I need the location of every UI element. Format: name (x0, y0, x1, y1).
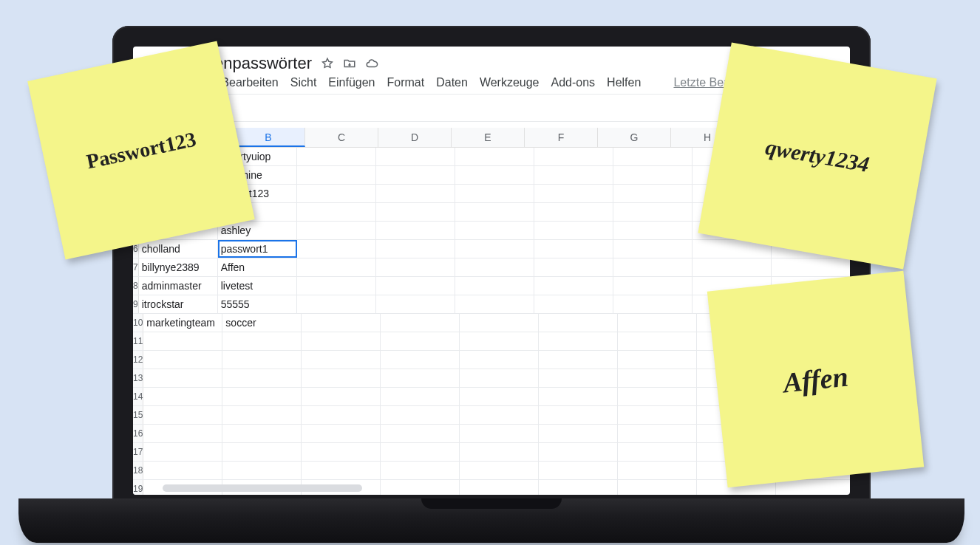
cell-empty[interactable] (381, 462, 460, 479)
row-number[interactable]: 19 (133, 480, 143, 495)
cell-empty[interactable] (618, 462, 697, 479)
cell-empty[interactable] (460, 406, 539, 424)
cell-empty[interactable] (376, 166, 455, 184)
cell-empty[interactable] (297, 222, 376, 239)
cell-empty[interactable] (455, 240, 534, 258)
col-header-C[interactable]: C (305, 128, 378, 147)
cell-empty[interactable] (455, 222, 534, 239)
cell-empty[interactable] (376, 148, 455, 165)
cell-empty[interactable] (302, 351, 381, 369)
cell-empty[interactable] (381, 314, 460, 332)
cell-empty[interactable] (381, 369, 460, 387)
cell-empty[interactable] (302, 388, 381, 405)
cell-empty[interactable] (613, 185, 693, 202)
cell-A[interactable]: adminmaster (139, 277, 218, 295)
cell-empty[interactable] (534, 185, 613, 202)
cell-empty[interactable] (539, 388, 618, 405)
cell-empty[interactable] (613, 203, 693, 221)
horizontal-scrollbar[interactable] (163, 484, 362, 492)
row-number[interactable]: 12 (133, 351, 143, 369)
col-header-G[interactable]: G (598, 128, 671, 147)
cell-empty[interactable] (297, 148, 376, 165)
cell-B[interactable] (222, 406, 302, 424)
cell-empty[interactable] (460, 443, 539, 461)
row-number[interactable]: 17 (133, 443, 143, 461)
cell-empty[interactable] (376, 277, 455, 295)
cell-empty[interactable] (381, 406, 460, 424)
cell-empty[interactable] (297, 203, 376, 221)
cell-A[interactable]: itrockstar (139, 295, 218, 313)
cell-empty[interactable] (381, 443, 460, 461)
cell-empty[interactable] (613, 222, 693, 239)
row-number[interactable]: 18 (133, 462, 143, 479)
menu-help[interactable]: Helfen (607, 76, 641, 89)
cell-empty[interactable] (618, 314, 697, 332)
cell-A[interactable]: cholland (139, 240, 218, 258)
cell-empty[interactable] (539, 425, 618, 442)
cell-A[interactable] (143, 332, 222, 350)
row-number[interactable]: 9 (133, 295, 139, 313)
cell-empty[interactable] (534, 203, 613, 221)
cell-empty[interactable] (297, 166, 376, 184)
cell-empty[interactable] (613, 277, 693, 295)
cell-B[interactable] (222, 332, 302, 350)
cell-empty[interactable] (618, 369, 697, 387)
cell-empty[interactable] (534, 258, 613, 276)
cell-empty[interactable] (460, 351, 539, 369)
cell-empty[interactable] (618, 425, 697, 442)
cell-empty[interactable] (297, 258, 376, 276)
col-header-E[interactable]: E (452, 128, 525, 147)
row-number[interactable]: 7 (133, 258, 139, 276)
cell-empty[interactable] (376, 258, 455, 276)
menu-view[interactable]: Sicht (290, 76, 317, 89)
row-number[interactable]: 11 (133, 332, 143, 350)
cell-empty[interactable] (534, 240, 613, 258)
cell-empty[interactable] (381, 480, 460, 495)
cell-empty[interactable] (297, 277, 376, 295)
cell-empty[interactable] (460, 462, 539, 479)
col-header-F[interactable]: F (525, 128, 598, 147)
cell-empty[interactable] (302, 462, 381, 479)
menu-tools[interactable]: Werkzeuge (480, 76, 540, 89)
cell-empty[interactable] (693, 258, 772, 276)
cell-empty[interactable] (460, 369, 539, 387)
cell-A[interactable] (143, 462, 222, 479)
cell-empty[interactable] (618, 406, 697, 424)
cell-empty[interactable] (460, 388, 539, 405)
menu-format[interactable]: Format (387, 76, 425, 89)
cell-A[interactable]: billynye2389 (139, 258, 218, 276)
cell-empty[interactable] (376, 203, 455, 221)
cell-A[interactable] (143, 388, 222, 405)
cell-empty[interactable] (534, 222, 613, 239)
cell-empty[interactable] (381, 388, 460, 405)
cell-B[interactable]: Affen (218, 258, 297, 276)
row-number[interactable]: 15 (133, 406, 143, 424)
cell-empty[interactable] (539, 351, 618, 369)
star-icon[interactable] (321, 57, 334, 70)
cell-empty[interactable] (376, 240, 455, 258)
cell-empty[interactable] (376, 222, 455, 239)
cloud-status-icon[interactable] (365, 57, 378, 70)
cell-empty[interactable] (539, 332, 618, 350)
row-number[interactable]: 14 (133, 388, 143, 405)
cell-B[interactable]: 55555 (218, 295, 297, 313)
cell-empty[interactable] (539, 406, 618, 424)
cell-empty[interactable] (613, 148, 693, 165)
cell-empty[interactable] (539, 314, 618, 332)
cell-empty[interactable] (613, 258, 693, 276)
cell-empty[interactable] (297, 185, 376, 202)
cell-empty[interactable] (381, 425, 460, 442)
cell-empty[interactable] (460, 480, 539, 495)
cell-B[interactable]: soccer (222, 314, 302, 332)
col-header-B[interactable]: B (232, 128, 305, 147)
cell-empty[interactable] (772, 258, 850, 276)
menu-data[interactable]: Daten (436, 76, 468, 89)
cell-empty[interactable] (776, 480, 850, 495)
cell-empty[interactable] (539, 480, 618, 495)
cell-empty[interactable] (376, 295, 455, 313)
cell-empty[interactable] (297, 295, 376, 313)
cell-empty[interactable] (539, 443, 618, 461)
cell-empty[interactable] (455, 166, 534, 184)
menu-insert[interactable]: Einfügen (328, 76, 375, 89)
cell-empty[interactable] (376, 185, 455, 202)
